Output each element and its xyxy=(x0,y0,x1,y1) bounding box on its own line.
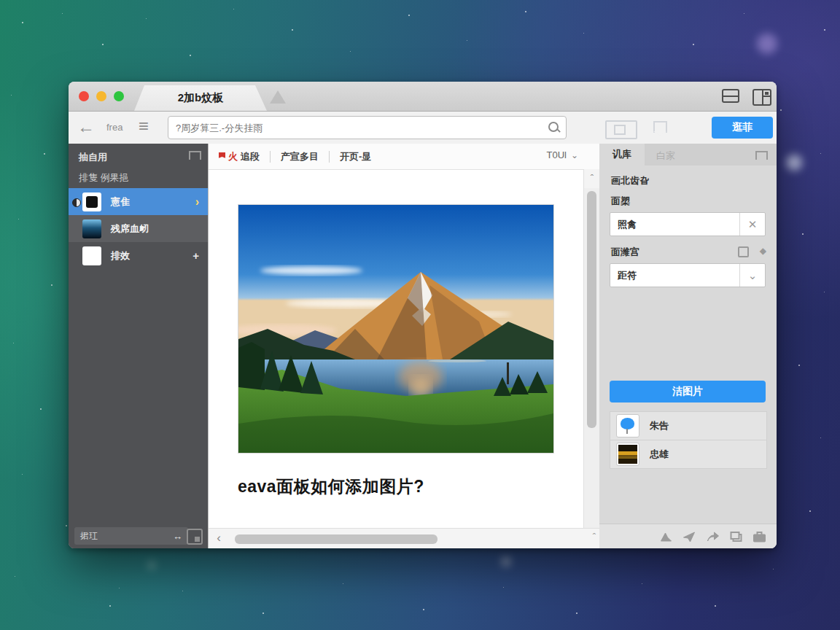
plus-icon[interactable]: + xyxy=(192,249,199,262)
layer-thumbnail xyxy=(82,192,101,211)
star xyxy=(262,612,264,614)
sitemap-icon[interactable] xyxy=(605,120,637,139)
star xyxy=(798,365,800,366)
star xyxy=(715,605,716,607)
visibility-eye-icon[interactable] xyxy=(72,198,81,207)
square-option-icon[interactable] xyxy=(738,246,749,257)
field2-value: 距符 xyxy=(610,264,739,287)
layout-grid-icon[interactable] xyxy=(752,89,771,106)
inspector-layer-row[interactable]: ◂ 朱告 xyxy=(610,411,767,440)
field1-value: 照禽 xyxy=(610,213,739,236)
star xyxy=(18,219,19,219)
star xyxy=(40,408,42,410)
field1-input[interactable]: 照禽 ✕ xyxy=(610,212,766,236)
field2-label: 面潍宫 xyxy=(611,246,639,259)
mountain-lake-photo xyxy=(238,204,554,454)
panel-toggle-square-icon[interactable] xyxy=(187,529,203,545)
share-arrow-icon[interactable] xyxy=(706,531,720,542)
content-tab-3[interactable]: 开页-显 xyxy=(330,150,381,163)
pointer-icon[interactable] xyxy=(659,531,673,542)
horizontal-scrollbar: ‹ ˆ xyxy=(209,528,600,548)
diamond-option-icon[interactable]: ◆ xyxy=(760,246,766,256)
chevron-right-icon: › xyxy=(195,195,199,209)
star xyxy=(773,569,774,569)
bokeh-light xyxy=(786,155,802,171)
active-tab[interactable]: 2加b炆板 xyxy=(134,85,267,111)
star xyxy=(233,9,234,9)
star xyxy=(820,438,821,438)
primary-action-button[interactable]: 逛菲 xyxy=(712,117,773,139)
sidebar-item-label: 残席血衂 xyxy=(111,222,208,236)
star xyxy=(109,605,111,607)
tab-title: 2加b炆板 xyxy=(178,91,224,105)
layer-thumbnail xyxy=(616,443,639,466)
inspector-tab-bar: 讥库 白家 xyxy=(599,144,777,166)
star xyxy=(820,153,821,154)
title-bar: 2加b炆板 xyxy=(69,82,777,112)
clear-x-icon[interactable]: ✕ xyxy=(739,213,765,236)
sidebar-footer: 捃玒 ↔ xyxy=(69,524,208,548)
star xyxy=(119,588,120,588)
field2-select[interactable]: 距符 ⌄ xyxy=(610,263,766,287)
tab-label: 开页-显 xyxy=(340,150,371,163)
inspector-tab-active[interactable]: 讥库 xyxy=(599,144,645,166)
sidebar-item-selected[interactable]: 憲隹 › xyxy=(69,188,208,215)
layer-thumbnail xyxy=(82,246,101,265)
add-image-button[interactable]: 洁图片 xyxy=(610,381,766,402)
inspector-layer-row[interactable]: ◂ 忠雄 xyxy=(610,440,767,469)
search-input[interactable] xyxy=(174,117,542,139)
zoom-dropdown[interactable]: T0Ul ⌄ xyxy=(546,149,578,160)
star xyxy=(22,474,23,475)
content-tab-2[interactable]: 产宣多目 xyxy=(271,150,329,163)
inspector-panel: 讥库 白家 画北齿旮 面槊 照禽 ✕ 面潍宫 ◆ 距符 ⌄ 洁图片 ◂ 朱告 ◂… xyxy=(599,144,777,548)
maximize-traffic-light-button[interactable] xyxy=(114,91,124,101)
main-content: 火 追段 产宣多目 开页-显 T0Ul ⌄ xyxy=(208,144,601,548)
star xyxy=(802,233,804,235)
search-box xyxy=(168,116,567,139)
panel-pin-icon[interactable] xyxy=(755,151,768,160)
close-traffic-light-button[interactable] xyxy=(79,91,89,101)
hamburger-menu-icon[interactable]: ≡ xyxy=(139,116,149,136)
star xyxy=(824,292,825,292)
new-tab-icon[interactable] xyxy=(270,90,286,104)
bokeh-light xyxy=(148,561,155,569)
chevron-down-icon: ⌄ xyxy=(571,150,578,160)
back-button[interactable]: ← xyxy=(77,117,95,136)
red-flag-icon xyxy=(219,152,225,160)
grid-dot xyxy=(765,92,769,95)
sidebar-item[interactable]: 残席血衂 xyxy=(69,215,208,242)
sidebar-footer-input[interactable]: 捃玒 ↔ xyxy=(74,527,188,545)
bookmark-flag-icon[interactable] xyxy=(653,121,667,133)
send-icon[interactable] xyxy=(682,531,696,542)
copy-stack-icon[interactable] xyxy=(729,531,743,542)
briefcase-icon[interactable] xyxy=(752,531,766,542)
star xyxy=(62,13,63,14)
star xyxy=(182,591,183,591)
star xyxy=(467,40,467,41)
star xyxy=(408,15,410,16)
post-caption: eava面板如何添加图片? xyxy=(238,475,424,498)
star xyxy=(11,95,12,96)
search-icon[interactable] xyxy=(548,122,559,132)
sidebar-item-label: 排效 xyxy=(111,249,192,262)
inspector-tab-inactive[interactable]: 白家 xyxy=(645,147,687,166)
scroll-left-button[interactable]: ‹ xyxy=(211,530,226,546)
minimize-traffic-light-button[interactable] xyxy=(96,91,106,101)
inspector-footer-toolbar xyxy=(599,524,777,548)
scroll-corner-button[interactable]: ˆ xyxy=(593,532,596,542)
horizontal-scroll-thumb[interactable] xyxy=(235,534,438,544)
sidebar-item[interactable]: 排效 + xyxy=(69,242,208,269)
sidebar-panel-toggle-icon[interactable] xyxy=(189,151,201,160)
vertical-scroll-thumb[interactable] xyxy=(587,191,596,428)
balloon-graphic xyxy=(621,418,634,429)
sidebar-footer-value: 捃玒 xyxy=(80,530,98,542)
star xyxy=(146,18,147,19)
tab-accent-text: 火 xyxy=(228,150,238,163)
scroll-up-button[interactable]: ˆ xyxy=(584,169,600,188)
content-tab-1[interactable]: 火 追段 xyxy=(209,150,270,163)
star xyxy=(780,109,782,111)
split-view-icon[interactable] xyxy=(722,89,739,103)
content-tab-strip: 火 追段 产宣多目 开页-显 T0Ul ⌄ xyxy=(209,144,600,170)
star xyxy=(350,51,351,52)
striped-graphic xyxy=(618,445,637,464)
